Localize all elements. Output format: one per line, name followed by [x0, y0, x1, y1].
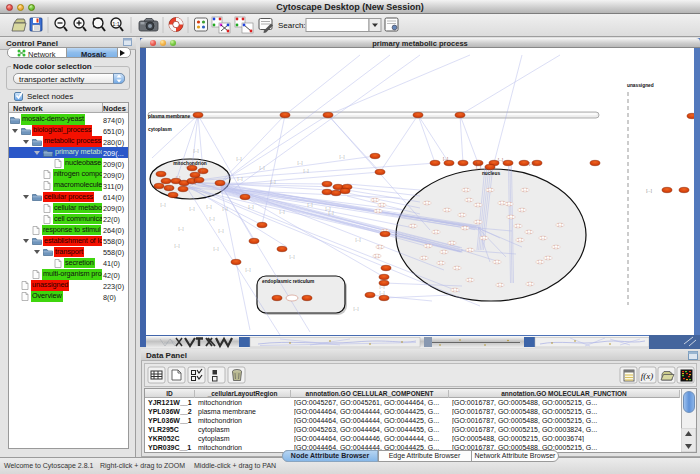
svg-text:[...]: [...] [468, 248, 472, 252]
svg-text:[...]: [...] [308, 203, 313, 207]
svg-text:[...]: [...] [523, 188, 527, 192]
svg-text:[...]: [...] [426, 244, 430, 248]
svg-text:[...]: [...] [463, 226, 467, 230]
svg-text:[...]: [...] [190, 207, 195, 211]
svg-text:[...]: [...] [520, 208, 524, 212]
svg-text:[...]: [...] [179, 227, 184, 231]
svg-text:[...]: [...] [280, 210, 285, 214]
svg-text:[...]: [...] [434, 230, 438, 234]
svg-text:[...]: [...] [340, 155, 345, 159]
svg-text:[...]: [...] [541, 236, 545, 240]
svg-text:[...]: [...] [453, 288, 457, 292]
svg-text:[...]: [...] [354, 307, 359, 311]
svg-text:[...]: [...] [467, 198, 471, 202]
svg-text:[...]: [...] [646, 188, 652, 193]
svg-text:plasma membrane: plasma membrane [148, 114, 190, 119]
svg-text:[...]: [...] [198, 170, 202, 174]
svg-text:[...]: [...] [468, 278, 472, 282]
svg-text:[...]: [...] [223, 207, 228, 211]
svg-text:[...]: [...] [168, 186, 172, 190]
svg-text:[...]: [...] [290, 255, 295, 259]
svg-text:[...]: [...] [249, 205, 254, 209]
svg-text:[...]: [...] [443, 157, 448, 161]
svg-text:[...]: [...] [476, 220, 480, 224]
svg-text:[...]: [...] [219, 229, 224, 233]
svg-text:[...]: [...] [175, 244, 180, 248]
svg-text:[...]: [...] [498, 283, 502, 287]
svg-text:[...]: [...] [161, 203, 166, 207]
svg-text:[...]: [...] [509, 215, 513, 219]
svg-text:[...]: [...] [329, 211, 334, 215]
svg-text:[...]: [...] [439, 261, 443, 265]
svg-text:[...]: [...] [450, 241, 454, 245]
svg-text:[...]: [...] [546, 256, 550, 260]
svg-text:[...]: [...] [373, 198, 377, 202]
svg-text:[...]: [...] [375, 254, 379, 258]
svg-text:[...]: [...] [186, 164, 190, 168]
svg-text:[...]: [...] [425, 201, 429, 205]
svg-text:[...]: [...] [516, 224, 520, 228]
svg-text:[...]: [...] [304, 169, 309, 173]
svg-text:[...]: [...] [260, 166, 265, 170]
svg-text:[...]: [...] [176, 176, 180, 180]
svg-text:[...]: [...] [246, 268, 251, 272]
svg-text:[...]: [...] [495, 260, 499, 264]
svg-text:nucleus: nucleus [482, 171, 500, 176]
svg-text:cytoplasm: cytoplasm [148, 127, 172, 132]
svg-text:[...]: [...] [380, 203, 384, 207]
svg-text:[...]: [...] [518, 238, 522, 242]
svg-text:[...]: [...] [210, 217, 215, 221]
svg-text:[...]: [...] [482, 236, 486, 240]
svg-text:[...]: [...] [214, 247, 219, 251]
svg-text:[...]: [...] [464, 188, 468, 192]
svg-text:[...]: [...] [488, 188, 492, 192]
svg-text:[...]: [...] [298, 161, 303, 165]
svg-text:[...]: [...] [476, 203, 480, 207]
svg-text:[...]: [...] [558, 223, 562, 227]
svg-text:[...]: [...] [498, 158, 503, 162]
svg-text:endoplasmic reticulum: endoplasmic reticulum [262, 279, 314, 284]
svg-text:[...]: [...] [271, 180, 276, 184]
svg-text:[...]: [...] [500, 201, 504, 205]
svg-text:[...]: [...] [194, 149, 199, 153]
svg-text:[...]: [...] [356, 238, 361, 242]
svg-text:[...]: [...] [376, 209, 380, 213]
svg-text:[...]: [...] [460, 213, 464, 217]
svg-text:[...]: [...] [192, 181, 196, 185]
svg-text:[...]: [...] [445, 208, 449, 212]
svg-text:[...]: [...] [411, 224, 415, 228]
svg-text:[...]: [...] [476, 166, 481, 170]
svg-text:[...]: [...] [507, 202, 511, 206]
svg-text:unassigned: unassigned [627, 83, 654, 88]
svg-text:1:1: 1:1 [112, 21, 120, 27]
svg-text:[...]: [...] [238, 177, 243, 181]
svg-text:[...]: [...] [442, 250, 446, 254]
svg-text:[...]: [...] [207, 205, 212, 209]
svg-text:[...]: [...] [422, 256, 426, 260]
svg-text:[...]: [...] [538, 260, 542, 264]
svg-text:[...]: [...] [237, 157, 242, 161]
svg-text:[...]: [...] [554, 245, 558, 249]
svg-text:f(x): f(x) [641, 371, 654, 381]
svg-text:[...]: [...] [529, 162, 534, 166]
svg-text:[...]: [...] [528, 282, 532, 286]
svg-text:Search:: Search: [278, 21, 306, 30]
svg-text:[...]: [...] [455, 266, 459, 270]
svg-text:[...]: [...] [527, 230, 531, 234]
svg-text:[...]: [...] [378, 245, 382, 249]
svg-text:[...]: [...] [380, 291, 385, 295]
